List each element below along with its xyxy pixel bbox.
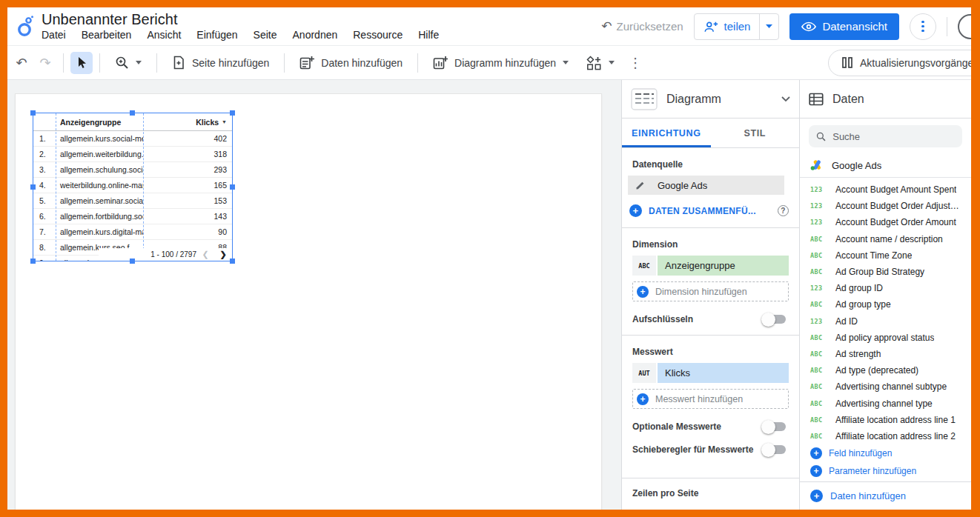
table-pagination: 1 - 100 / 2797 ❮ ❯ <box>99 248 232 261</box>
menu-item[interactable]: Datei <box>42 29 66 41</box>
zoom-icon <box>115 56 129 70</box>
help-icon[interactable]: ? <box>778 205 789 216</box>
tab-style[interactable]: STIL <box>711 119 800 147</box>
add-chart-button[interactable]: Diagramm hinzufügen <box>425 50 577 76</box>
resize-handle[interactable] <box>230 184 235 190</box>
field-list-item[interactable]: ABC Affiliate location address line 1 <box>800 412 971 428</box>
menu-item[interactable]: Hilfe <box>418 29 439 41</box>
chevron-down-icon[interactable] <box>781 96 790 102</box>
view-button[interactable]: Datenansicht <box>789 13 899 40</box>
reset-button[interactable]: ↶ Zurücksetzen <box>601 20 683 33</box>
resize-handle[interactable] <box>130 258 135 264</box>
optional-metrics-toggle[interactable] <box>764 422 786 431</box>
field-list-item[interactable]: ABC Ad policy approval status <box>800 330 971 346</box>
field-name: Ad Group Bid Strategy <box>835 267 924 277</box>
add-control-button[interactable] <box>578 50 623 76</box>
refresh-operations-button[interactable]: Aktualisierungsvorgänge p <box>828 50 971 76</box>
field-list-item[interactable]: ABC Account Time Zone <box>800 247 971 264</box>
menu-item[interactable]: Einfügen <box>196 29 237 41</box>
search-input[interactable] <box>832 131 955 142</box>
field-search[interactable] <box>809 125 962 147</box>
data-panel-icon <box>809 93 824 106</box>
table-row: 2. allgemein.weiterbildung.soci.. 318 <box>33 147 232 162</box>
add-metric-label: Messwert hinzufügen <box>655 394 743 404</box>
field-name: Ad type (deprecated) <box>835 365 918 376</box>
select-tool-button[interactable] <box>70 52 93 74</box>
menu-item[interactable]: Ressource <box>353 29 403 41</box>
optional-metrics-label: Optionale Messwerte <box>632 421 721 432</box>
undo-icon: ↶ <box>601 20 612 33</box>
resize-handle[interactable] <box>30 258 36 264</box>
add-field-button[interactable]: + Feld hinzufügen <box>800 444 971 462</box>
table-col-metric[interactable]: Klicks ▼ <box>143 118 232 127</box>
chevron-down-icon <box>766 24 772 28</box>
add-data-icon <box>299 56 314 70</box>
zoom-tool-button[interactable] <box>107 50 150 76</box>
table-col-dimension[interactable]: Anzeigengruppe <box>56 118 143 127</box>
menu-item[interactable]: Anordnen <box>293 29 338 41</box>
metric-slider-toggle[interactable] <box>764 445 786 454</box>
add-data-button[interactable]: Daten hinzufügen <box>291 50 411 76</box>
tab-setup[interactable]: EINRICHTUNG <box>622 119 711 147</box>
field-list-item[interactable]: ABC Affiliate location address line 2 <box>800 428 971 444</box>
table-row: 4. weiterbildung.online-marketi.. 165 <box>33 178 232 193</box>
dimension-chip[interactable]: ABC Anzeigengruppe <box>632 256 789 276</box>
share-dropdown[interactable] <box>759 14 778 39</box>
report-canvas[interactable]: Anzeigengruppe Klicks ▼ 1. allgemein.kur… <box>7 80 621 510</box>
add-chart-label: Diagramm hinzufügen <box>454 57 556 69</box>
pencil-icon[interactable] <box>635 180 646 190</box>
redo-button[interactable]: ↷ <box>34 52 56 74</box>
field-list-item[interactable]: ABC Advertising channel subtype <box>800 378 971 395</box>
resize-handle[interactable] <box>130 110 135 116</box>
plus-icon: + <box>637 393 649 405</box>
field-list-item[interactable]: ABC Ad Group Bid Strategy <box>800 264 971 280</box>
add-chart-icon <box>433 56 448 70</box>
menu-item[interactable]: Bearbeiten <box>82 29 132 41</box>
redo-icon: ↷ <box>39 56 50 70</box>
datasource-group[interactable]: Google Ads <box>800 153 971 178</box>
metric-chip[interactable]: AUT Klicks <box>632 363 789 383</box>
resize-handle[interactable] <box>230 258 235 264</box>
panel-tabs: EINRICHTUNG STIL <box>622 119 799 148</box>
field-list-item[interactable]: ABC Advertising channel type <box>800 395 971 411</box>
share-button[interactable]: teilen <box>694 13 780 40</box>
toolbar-more-button[interactable]: ⋮ <box>624 52 646 74</box>
table-chart[interactable]: Anzeigengruppe Klicks ▼ 1. allgemein.kur… <box>33 113 232 261</box>
field-list-item[interactable]: 123 Account Budget Amount Spent <box>800 181 971 198</box>
menu-item[interactable]: Ansicht <box>147 29 181 41</box>
add-page-button[interactable]: Seite hinzufügen <box>164 50 277 76</box>
google-ads-logo <box>810 159 824 171</box>
blend-data-button[interactable]: + DATEN ZUSAMMENFÜ... ? <box>629 204 789 217</box>
field-list-item[interactable]: 123 Account Budget Order Adjustable Am..… <box>800 198 971 214</box>
field-list-item[interactable]: ABC Ad strength <box>800 346 971 362</box>
undo-icon: ↶ <box>16 56 27 70</box>
page-prev-icon[interactable]: ❮ <box>196 250 214 259</box>
looker-studio-window: Unbenannter Bericht Datei Bearbeiten Ans… <box>7 7 971 510</box>
menu-item[interactable]: Seite <box>254 29 277 41</box>
resize-handle[interactable] <box>230 110 235 116</box>
datasource-row[interactable]: Google Ads <box>628 176 784 195</box>
field-list-item[interactable]: 123 Account Budget Order Amount <box>800 214 971 230</box>
drilldown-toggle[interactable] <box>764 315 786 324</box>
more-options-button[interactable] <box>910 13 936 40</box>
field-list-item[interactable]: 123 Ad ID <box>800 313 971 330</box>
field-list-item[interactable]: ABC Ad group type <box>800 296 971 313</box>
add-data-bottom-button[interactable]: + Daten hinzufügen <box>800 481 971 510</box>
undo-button[interactable]: ↶ <box>10 52 33 74</box>
header-separator <box>947 17 947 36</box>
add-parameter-button[interactable]: + Parameter hinzufügen <box>800 462 971 480</box>
add-metric-button[interactable]: + Messwert hinzufügen <box>632 389 789 409</box>
field-list-item[interactable]: 123 Ad group ID <box>800 280 971 296</box>
field-list-item[interactable]: ABC Account name / description <box>800 231 971 247</box>
field-name: Affiliate location address line 2 <box>835 431 956 441</box>
account-avatar[interactable] <box>958 14 971 39</box>
report-title[interactable]: Unbenannter Bericht <box>42 11 439 27</box>
pagination-range: 1 - 100 / 2797 <box>150 250 196 258</box>
field-list-item[interactable]: ABC Ad type (deprecated) <box>800 362 971 378</box>
resize-handle[interactable] <box>30 110 36 116</box>
plus-icon: + <box>629 204 642 217</box>
field-type-badge: ABC <box>810 350 829 358</box>
resize-handle[interactable] <box>30 184 36 190</box>
add-dimension-button[interactable]: + Dimension hinzufügen <box>632 281 789 301</box>
data-panel-title: Daten <box>832 93 864 106</box>
